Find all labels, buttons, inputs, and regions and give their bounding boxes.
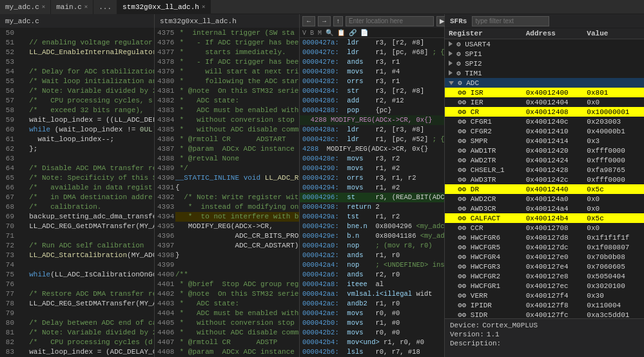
code-area: 50 51 52 53 54 55 56 57 58 59 60 61 bbox=[0, 28, 154, 357]
sfr-row-calfact[interactable]: ⚙⚙ CALFACT 0x400124b4 0x5c bbox=[445, 213, 644, 223]
asm-line: * without ADC disable comm bbox=[175, 125, 299, 135]
sfr-row-ccr[interactable]: ⚙⚙ CCR 0x40012708 0x0 bbox=[445, 223, 644, 233]
sfr-row-awd3tr[interactable]: ⚙⚙ AWD3TR 0x4001242c 0xfff0000 bbox=[445, 175, 644, 184]
code-line: /* CPU processing cycles (d bbox=[21, 338, 154, 347]
disasm-line: 4288 MODIFY_REG(ADCx->CR, 0x{} bbox=[300, 144, 444, 154]
asm-line: /** bbox=[175, 270, 299, 280]
sfr-row-smpr[interactable]: ⚙⚙ SMPR 0x40012414 0x3 bbox=[445, 136, 644, 146]
sfr-row-awd3cr[interactable]: ⚙⚙ AWD3CR 0x400124a4 0x0 bbox=[445, 204, 644, 213]
code-line: while(LL_ADC_IsCalibrationOnGoing bbox=[21, 270, 154, 280]
disasm-line: 000042b4: mov<und> r1, r0, #0 bbox=[300, 338, 444, 347]
disasm-modify-reg-line: 4288 MODIFY_REG(ADCx->CR, 0x{} bbox=[300, 115, 444, 125]
disasm-line: 00004292: orrs r3, r1, r2 bbox=[300, 173, 444, 183]
code-line bbox=[21, 28, 154, 38]
tab-close-main-c[interactable]: ✕ bbox=[84, 3, 88, 10]
code-line bbox=[21, 154, 154, 164]
code-line: /* calibration. bbox=[21, 202, 154, 212]
description-label: Description: bbox=[450, 340, 501, 347]
tab-close-stm32[interactable]: ✕ bbox=[202, 3, 205, 10]
code-line bbox=[21, 309, 154, 318]
tab-main-c[interactable]: main.c ✕ bbox=[51, 0, 93, 14]
disasm-line: 000042ae: movs r0, #0 bbox=[300, 309, 444, 318]
tab-close-my-adc-c[interactable]: ✕ bbox=[42, 3, 45, 10]
sfr-row-adc[interactable]: ⚙ ADC bbox=[445, 78, 644, 88]
sfr-row-awd2cr[interactable]: ⚙⚙ AWD2CR 0x400124a0 0x0 bbox=[445, 194, 644, 204]
disasm-line: 000042aa: vmlsal.i<illegal widt bbox=[300, 289, 444, 299]
asm-line: /* Note: Write register with some bbox=[175, 193, 299, 202]
code-line: /* exceed 32 bits range), bbox=[21, 106, 154, 115]
sfr-row-hwcfgr3[interactable]: ⚙⚙ HWCFGR3 0x400127e4 0x7060605 bbox=[445, 262, 644, 271]
version-value: 1.1 bbox=[487, 331, 500, 338]
main-content: my_adc.c 50 51 52 53 54 55 56 57 bbox=[0, 14, 644, 357]
asm-line: */ bbox=[175, 164, 299, 173]
code-line: /* Wait loop initialization and e bbox=[21, 77, 154, 86]
code-line: LL_ADC_REG_GetDMATransfer(MY_ADC_ bbox=[21, 222, 154, 231]
sfr-content[interactable]: Register Address Value ⚙ USART4 ⚙ bbox=[445, 28, 644, 318]
editor-panel: my_adc.c 50 51 52 53 54 55 56 57 bbox=[0, 14, 155, 357]
asm-line: MODIFY_REG(ADCx->CR, bbox=[175, 222, 299, 231]
code-line bbox=[21, 260, 154, 270]
disasm-line: 0000428e: movs r3, r2 bbox=[300, 154, 444, 164]
disasm-header: ← → ↑ ▶ bbox=[300, 14, 444, 28]
sfr-row-spi1[interactable]: ⚙ SPI1 bbox=[445, 49, 644, 59]
disasm-line: 00004294: movs r1, #2 bbox=[300, 183, 444, 193]
disasm-line: 00004284: str r3, [r2, #8] bbox=[300, 86, 444, 96]
tab-dots[interactable]: ... bbox=[93, 0, 117, 14]
code-line: }; bbox=[21, 144, 154, 154]
asm-content[interactable]: 4375 4376 4377 4378 4379 4380 4381 4382 … bbox=[155, 28, 299, 357]
sfr-row-hwcfgr1[interactable]: ⚙⚙ HWCFGR1 0x400127ec 0x3020100 bbox=[445, 281, 644, 291]
sfr-row-spi2[interactable]: ⚙ SPI2 bbox=[445, 59, 644, 68]
sfr-row-awd1tr[interactable]: ⚙⚙ AWD1TR 0x40012420 0xfff0000 bbox=[445, 146, 644, 155]
code-line bbox=[21, 231, 154, 241]
code-lines: // enabling voltage regulator for LL_ADC… bbox=[18, 28, 154, 357]
disasm-up-button[interactable]: ↑ bbox=[333, 16, 343, 26]
sfr-panel: SFRs Register Address Value bbox=[445, 14, 644, 357]
sfr-row-usart4[interactable]: ⚙ USART4 bbox=[445, 39, 644, 50]
sfr-row-ipidr[interactable]: ⚙⚙ IPIDR 0x400127f8 0x110004 bbox=[445, 300, 644, 310]
disasm-line: 000042b6: lsls r0, r7, #18 bbox=[300, 347, 444, 357]
sfr-row-ier[interactable]: ⚙⚙ IER 0x40012404 0x0 bbox=[445, 97, 644, 107]
code-line bbox=[21, 57, 154, 67]
tab-my-adc-c[interactable]: my_adc.c ✕ bbox=[0, 0, 51, 14]
disasm-back-button[interactable]: ← bbox=[302, 16, 315, 26]
sfr-row-hwcfgr6[interactable]: ⚙⚙ HWCFGR6 0x400127d8 0x1f1f1f1f bbox=[445, 233, 644, 242]
disasm-line: 00004288: pop {pc} bbox=[300, 106, 444, 115]
asm-line: * without conversion stop bbox=[175, 115, 299, 125]
code-line: /* available in data regist bbox=[21, 183, 154, 193]
sfr-row-dr[interactable]: ⚙⚙ DR 0x40012440 0x5c bbox=[445, 184, 644, 194]
sfr-row-isr[interactable]: ⚙⚙ ISR 0x40012400 0x801 bbox=[445, 88, 644, 97]
asm-filename: stm32g0xx_ll_adc.h bbox=[160, 17, 237, 25]
sfr-row-cr[interactable]: ⚙⚙ CR 0x40012408 0x10000001 bbox=[445, 107, 644, 117]
device-value: Cortex_M0PLUS bbox=[482, 322, 538, 329]
code-line: /* Note: Variable divided by 2 to bbox=[21, 86, 154, 96]
disasm-line: 0000429a: tst r1, r2 bbox=[300, 212, 444, 222]
sfr-row-hwcfgr4[interactable]: ⚙⚙ HWCFGR4 0x400127e0 0x70b0b08 bbox=[445, 252, 644, 262]
code-line: /* Disable ADC DMA transfer reque bbox=[21, 164, 154, 173]
asm-line: * - If ADC trigger has bee bbox=[175, 38, 299, 48]
sfr-row-chselr1[interactable]: ⚙⚙ CHSELR_1 0x40012428 0xfa98765 bbox=[445, 165, 644, 175]
disasm-content[interactable]: V B M 🔍 📋 🔗 📄 0000427a: ldr r3, [r2, #8]… bbox=[300, 28, 444, 357]
sfr-row-tim1[interactable]: ⚙ TIM1 bbox=[445, 68, 644, 78]
sfr-row-cfgr1[interactable]: ⚙⚙ CFGR1 0x4001240c 0x203003 bbox=[445, 117, 644, 126]
code-line: backup_setting_adc_dma_transfer = bbox=[21, 212, 154, 222]
disasm-line: 0000427a: ldr r3, [r2, #8] bbox=[300, 38, 444, 48]
tab-stm32-ll-adc-h[interactable]: stm32g0xx_ll_adc.h ✕ bbox=[117, 0, 211, 14]
disasm-line: 000042ac: andb2 r1, r0 bbox=[300, 299, 444, 309]
disasm-location-input[interactable] bbox=[346, 16, 434, 26]
editor-filename: my_adc.c bbox=[5, 17, 39, 25]
sfr-row-sidr[interactable]: ⚙⚙ SIDR 0x400127fc 0xa3c5dd01 bbox=[445, 310, 644, 318]
sfr-row-hwcfgr5[interactable]: ⚙⚙ HWCFGR5 0x400127dc 0x1f080807 bbox=[445, 242, 644, 252]
disasm-forward-button[interactable]: → bbox=[318, 16, 331, 26]
sfr-row-hwcfgr2[interactable]: ⚙⚙ HWCFGR2 0x400127e8 0x5050404 bbox=[445, 271, 644, 281]
editor-content[interactable]: 50 51 52 53 54 55 56 57 58 59 60 61 bbox=[0, 28, 154, 357]
sfr-row-cfgr2[interactable]: ⚙⚙ CFGR2 0x40012410 0x40000b1 bbox=[445, 126, 644, 136]
sfr-filter-input[interactable] bbox=[472, 16, 549, 26]
sfr-row-verr[interactable]: ⚙⚙ VERR 0x400127f4 0x30 bbox=[445, 291, 644, 300]
asm-line: * instead of modifying only bbox=[175, 202, 299, 212]
code-line: wait_loop_index = (ADC_DELAY_CALI bbox=[21, 347, 154, 357]
version-label: Version: bbox=[450, 331, 484, 338]
disasm-line: 000042b2: movs r0, #0 bbox=[300, 328, 444, 338]
asm-line: * @brief Stop ADC group regular c bbox=[175, 280, 299, 289]
code-line: LL_ADC_REG_SetDMATransfer(MY_ADC_ bbox=[21, 299, 154, 309]
sfr-row-awd2tr[interactable]: ⚙⚙ AWD2TR 0x40012424 0xfff0000 bbox=[445, 155, 644, 165]
